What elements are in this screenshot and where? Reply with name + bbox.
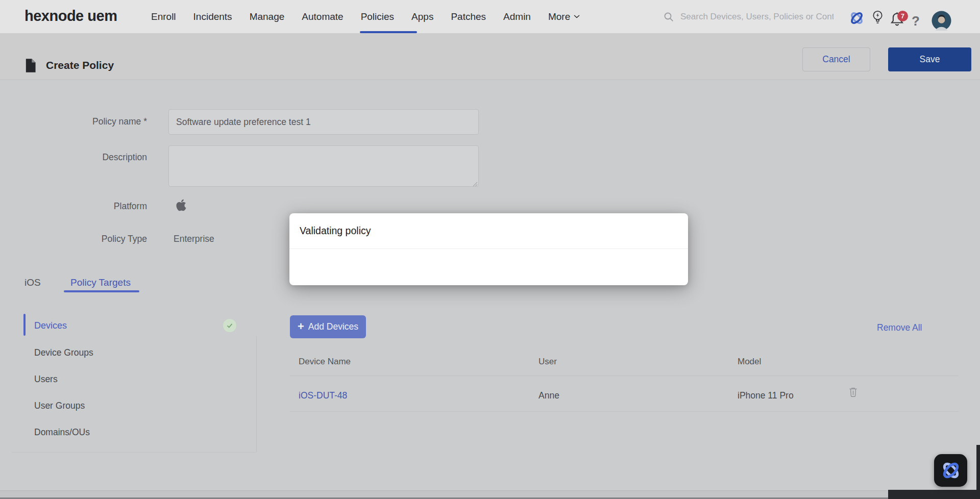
nav-item-more-label: More [548, 11, 570, 22]
tab-policy-targets[interactable]: Policy Targets [70, 277, 131, 288]
policy-name-label: Policy name * [45, 116, 147, 127]
hexnode-knot-icon[interactable] [849, 10, 865, 28]
search-input[interactable] [680, 12, 834, 22]
description-label: Description [45, 152, 147, 163]
policy-type-value: Enterprise [174, 234, 214, 244]
nav-item-more[interactable]: More [548, 11, 580, 22]
tab-ios[interactable]: iOS [24, 277, 41, 288]
sidebar-item-user-groups[interactable]: User Groups [34, 401, 85, 411]
nav-item-enroll[interactable]: Enroll [151, 11, 176, 22]
nav-item-admin[interactable]: Admin [503, 11, 531, 22]
nav-item-apps[interactable]: Apps [411, 11, 433, 22]
bottom-right-corner-strip [888, 490, 980, 499]
sidebar-item-users[interactable]: Users [34, 374, 58, 385]
main-nav: Enroll Incidents Manage Automate Policie… [151, 0, 580, 33]
modal-divider [289, 248, 688, 249]
sidebar-bottom-divider [12, 452, 256, 453]
sidebar-item-device-groups[interactable]: Device Groups [34, 347, 93, 358]
device-model-cell: iPhone 11 Pro [738, 390, 794, 401]
trash-icon[interactable] [848, 386, 858, 400]
validating-policy-modal: Validating policy [289, 213, 688, 285]
sidebar-item-devices[interactable]: Devices [34, 320, 67, 331]
remove-all-link[interactable]: Remove All [877, 322, 922, 333]
add-devices-button[interactable]: + Add Devices [290, 315, 366, 338]
nav-item-automate[interactable]: Automate [302, 11, 343, 22]
bulb-icon[interactable] [871, 9, 885, 28]
add-devices-label: Add Devices [308, 321, 358, 332]
hexnode-knot-widget-icon [940, 460, 962, 481]
avatar[interactable] [932, 11, 951, 33]
device-name-link[interactable]: iOS-DUT-48 [299, 390, 347, 401]
global-search [664, 0, 834, 33]
help-icon[interactable]: ? [912, 14, 920, 28]
table-row-divider [290, 411, 959, 412]
search-icon [664, 12, 674, 22]
policy-document-icon [25, 58, 37, 75]
hexnode-logo[interactable]: hexnode uem [24, 8, 117, 24]
notification-badge[interactable]: 7 [897, 11, 908, 21]
sidebar-active-indicator [23, 314, 26, 336]
page-title: Create Policy [46, 59, 114, 71]
policy-name-input[interactable] [168, 109, 479, 135]
cancel-button[interactable]: Cancel [802, 47, 870, 71]
nav-item-patches[interactable]: Patches [451, 11, 486, 22]
device-user-cell: Anne [538, 390, 559, 401]
policy-type-label: Policy Type [45, 234, 147, 244]
nav-item-manage[interactable]: Manage [250, 11, 285, 22]
apple-icon [176, 198, 186, 214]
chevron-down-icon [574, 15, 580, 18]
save-button[interactable]: Save [888, 47, 971, 71]
hexnode-chat-widget[interactable] [934, 454, 967, 487]
nav-item-incidents[interactable]: Incidents [193, 11, 232, 22]
table-header-device-name: Device Name [299, 357, 351, 367]
sidebar-item-domains-ous[interactable]: Domains/OUs [34, 427, 90, 438]
screen: hexnode uem Enroll Incidents Manage Auto… [0, 0, 980, 499]
sidebar-vertical-divider [256, 336, 257, 452]
description-textarea[interactable] [168, 145, 479, 187]
active-tab-underline [64, 290, 139, 292]
nav-item-policies[interactable]: Policies [361, 11, 394, 22]
check-icon [223, 319, 236, 332]
table-header-user: User [538, 357, 557, 367]
table-header-divider [290, 376, 959, 376]
modal-title: Validating policy [289, 213, 371, 248]
plus-icon: + [298, 321, 304, 332]
top-navbar: hexnode uem Enroll Incidents Manage Auto… [0, 0, 980, 33]
platform-label: Platform [45, 201, 147, 212]
table-header-model: Model [738, 357, 761, 367]
